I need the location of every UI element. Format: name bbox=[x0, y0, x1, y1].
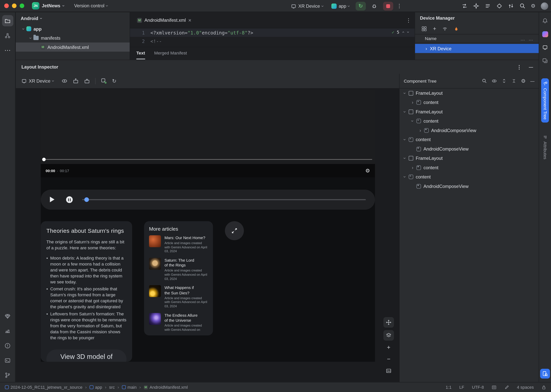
lock-icon[interactable] bbox=[542, 385, 546, 390]
add-device-icon[interactable] bbox=[433, 26, 436, 32]
video-settings-gear-icon[interactable] bbox=[365, 168, 370, 174]
tree-node-framelayout[interactable]: FrameLayout bbox=[400, 107, 539, 116]
tab-attributes[interactable]: Attributes bbox=[541, 132, 549, 163]
terminal-button[interactable] bbox=[2, 355, 13, 366]
code-area[interactable]: 1 <?xml version="1.0" encoding="utf-8"?>… bbox=[130, 28, 415, 47]
device-selector[interactable]: XR Device bbox=[289, 2, 326, 10]
tests-icon[interactable] bbox=[496, 3, 502, 9]
panel-options-kebab[interactable] bbox=[516, 64, 522, 70]
tree-item-androidmanifest[interactable]: M AndroidManifest.xml bbox=[16, 42, 130, 52]
search-icon[interactable] bbox=[482, 78, 487, 84]
tab-text[interactable]: Text bbox=[136, 47, 145, 59]
snapshot-icon[interactable] bbox=[73, 78, 79, 84]
minimize-window-button[interactable] bbox=[12, 3, 17, 8]
column-options-icon[interactable]: … bbox=[520, 36, 525, 41]
refresh-icon[interactable] bbox=[112, 78, 116, 84]
tree-node-framelayout[interactable]: FrameLayout bbox=[400, 154, 539, 163]
minimize-icon[interactable] bbox=[530, 78, 534, 84]
problems-button[interactable] bbox=[2, 340, 13, 351]
debug-button[interactable] bbox=[369, 1, 379, 10]
zoom-out-button[interactable] bbox=[384, 355, 393, 364]
xr-expand-fab[interactable] bbox=[225, 221, 244, 240]
chevron-down-icon[interactable] bbox=[402, 137, 408, 142]
breadcrumb-item[interactable]: src bbox=[109, 385, 115, 390]
editor-tab-androidmanifest[interactable]: M AndroidManifest.xml bbox=[134, 12, 195, 28]
chevron-down-icon[interactable] bbox=[402, 109, 408, 114]
view-options-eye-icon[interactable] bbox=[61, 78, 67, 84]
tree-node-framelayout[interactable]: FrameLayout bbox=[400, 89, 539, 98]
pause-button[interactable] bbox=[66, 196, 73, 203]
chevron-down-icon[interactable] bbox=[409, 119, 416, 124]
video-scrubber-thumb[interactable] bbox=[42, 158, 46, 161]
tree-item-manifests[interactable]: manifests bbox=[16, 33, 130, 42]
indent-setting[interactable]: 4 spaces bbox=[517, 385, 534, 390]
breadcrumb-item[interactable]: main bbox=[122, 385, 136, 390]
commit-toolwindow-button[interactable] bbox=[2, 30, 13, 41]
article-item[interactable]: Mars: Our Next Home?Article and images c… bbox=[149, 235, 208, 253]
expand-all-icon[interactable] bbox=[501, 78, 507, 84]
gear-icon[interactable] bbox=[521, 78, 526, 84]
compare-icon[interactable] bbox=[461, 3, 468, 9]
ai-assistant-icon[interactable] bbox=[473, 3, 479, 9]
breadcrumb-item[interactable]: 2024-12-05_RC11_jetnews_xr_source bbox=[5, 385, 82, 390]
view-3d-model-button[interactable]: View 3D model of bbox=[46, 350, 127, 362]
export-snapshot-icon[interactable] bbox=[84, 78, 90, 84]
chevron-right-icon[interactable] bbox=[409, 165, 416, 170]
avatar[interactable] bbox=[541, 2, 548, 10]
breadcrumb-item[interactable]: MAndroidManifest.xml bbox=[143, 385, 188, 390]
pan-mode-button[interactable] bbox=[383, 317, 394, 328]
rerun-button[interactable]: ↻ bbox=[356, 1, 366, 10]
close-icon[interactable] bbox=[188, 17, 191, 23]
3d-mode-button[interactable] bbox=[383, 330, 394, 341]
running-devices-button[interactable] bbox=[540, 56, 550, 66]
editor-options-kebab[interactable] bbox=[406, 17, 411, 23]
tab-merged-manifest[interactable]: Merged Manifest bbox=[154, 47, 187, 59]
reader-mode-icon[interactable] bbox=[492, 385, 497, 390]
audio-slider-track[interactable] bbox=[82, 199, 366, 200]
firebase-flame-icon[interactable] bbox=[454, 26, 459, 32]
version-control-menu[interactable]: Version control bbox=[74, 3, 108, 8]
notifications-button[interactable] bbox=[540, 16, 550, 26]
article-item[interactable]: Saturn: The Lord of the RingsArticle and… bbox=[149, 258, 208, 281]
more-actions-kebab[interactable] bbox=[397, 3, 402, 9]
prev-problem-icon[interactable] bbox=[402, 29, 404, 35]
zoom-window-button[interactable] bbox=[20, 3, 24, 8]
next-problem-icon[interactable] bbox=[407, 29, 410, 35]
build-variants-button[interactable] bbox=[2, 310, 13, 322]
audio-slider-thumb[interactable] bbox=[84, 197, 89, 202]
chevron-right-icon[interactable] bbox=[409, 100, 416, 105]
todo-list-icon[interactable] bbox=[484, 3, 491, 9]
column-name[interactable]: Name bbox=[425, 36, 437, 41]
filter-eye-icon[interactable] bbox=[492, 78, 497, 84]
video-surface[interactable] bbox=[41, 90, 375, 164]
video-scrubber-track[interactable] bbox=[43, 159, 372, 160]
live-updates-icon[interactable] bbox=[101, 78, 107, 84]
project-view-selector[interactable]: Android bbox=[16, 12, 130, 24]
tree-node-androidcomposeview[interactable]: AndroidComposeView bbox=[400, 126, 539, 135]
app-screenshot[interactable]: 00:00 · 00:17 bbox=[41, 90, 375, 362]
settings-icon[interactable] bbox=[531, 3, 536, 9]
tree-node-content[interactable]: content bbox=[400, 172, 539, 182]
more-toolwindows-button[interactable] bbox=[2, 45, 13, 56]
chevron-right-icon[interactable] bbox=[426, 46, 427, 51]
inlay-hints-icon[interactable] bbox=[504, 385, 509, 390]
tree-node-androidcomposeview[interactable]: AndroidComposeView bbox=[400, 182, 539, 191]
file-encoding[interactable]: UTF-8 bbox=[472, 385, 484, 390]
caret-position[interactable]: 1:1 bbox=[446, 385, 451, 390]
group-devices-icon[interactable] bbox=[421, 26, 427, 32]
search-icon[interactable] bbox=[519, 3, 526, 9]
inspector-canvas[interactable]: 00:00 · 00:17 bbox=[16, 89, 400, 382]
inspection-widget[interactable]: 5 bbox=[392, 29, 410, 35]
tab-component-tree[interactable]: Component Tree bbox=[541, 78, 549, 123]
run-config-selector[interactable]: app bbox=[329, 2, 352, 10]
video-player[interactable]: 00:00 · 00:17 bbox=[41, 90, 375, 177]
tree-item-app[interactable]: app bbox=[16, 24, 130, 33]
project-toolwindow-button[interactable] bbox=[2, 15, 13, 26]
device-explorer-button[interactable] bbox=[2, 325, 13, 336]
stop-button[interactable] bbox=[383, 1, 393, 10]
close-window-button[interactable] bbox=[4, 3, 9, 8]
audio-slider[interactable] bbox=[82, 190, 366, 210]
gemini-button[interactable] bbox=[540, 29, 550, 39]
chevron-down-icon[interactable] bbox=[402, 155, 408, 161]
zoom-in-button[interactable] bbox=[384, 343, 393, 352]
